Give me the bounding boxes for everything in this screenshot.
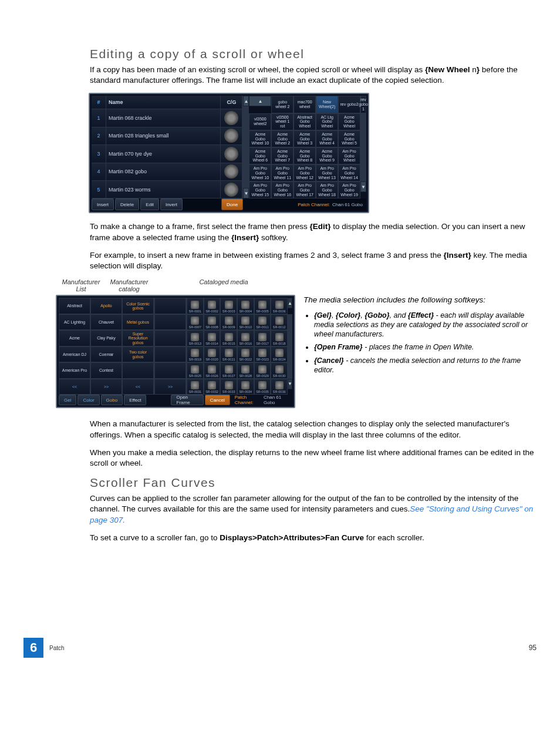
wheel-cell[interactable]: Acme Gobo Wheel — [338, 113, 360, 130]
edit-button[interactable]: Edit — [140, 198, 159, 210]
wheel-cell[interactable]: Abstract Gobo Wheel — [294, 113, 316, 130]
cancel-button[interactable]: Cancel — [205, 395, 230, 405]
wheel-header[interactable]: rev gobo2 — [338, 96, 360, 113]
insert-button[interactable]: Insert — [92, 198, 114, 210]
wheel-cell[interactable]: vl3500 wheel 1 rot — [271, 113, 294, 130]
page-fwd-button[interactable]: >> — [90, 379, 122, 395]
wheel-cell[interactable]: Acme Gobo Wheel 3 — [294, 130, 316, 147]
wheel-cell[interactable]: Acme Gobo Wheel 5 — [338, 130, 360, 147]
media-cell[interactable]: SR-0007 — [187, 314, 204, 331]
media-cell[interactable]: SR-0022 — [237, 346, 254, 363]
media-cell[interactable]: SR-0023 — [254, 346, 271, 363]
mfr-item[interactable]: Apollo — [90, 298, 122, 314]
media-cell[interactable]: SR-0028 — [237, 362, 254, 379]
open-frame-button[interactable]: Open Frame — [171, 395, 203, 405]
mfr-item[interactable]: American Pro — [59, 362, 90, 379]
mfr-item[interactable]: Acme — [59, 330, 90, 346]
wheel-cell[interactable]: Am Pro Gobo Wheel 16 — [271, 181, 294, 198]
wheel-cell[interactable]: Acme Gobo Wheel 9 — [316, 147, 338, 164]
mfr-item[interactable]: American DJ — [59, 346, 90, 363]
media-cell[interactable]: SR-0029 — [254, 362, 271, 379]
page-back-button[interactable]: << — [59, 379, 90, 395]
mfr-item[interactable]: Clay Paky — [90, 330, 122, 346]
wheel-header[interactable]: gobo wheel 2 — [271, 96, 294, 113]
scroll-up-icon[interactable]: ▲ — [249, 96, 271, 106]
frame-row[interactable]: 5 Martin 023 worms — [92, 181, 242, 198]
media-cell[interactable]: SR-0020 — [204, 346, 221, 363]
media-cell[interactable]: SR-0033 — [220, 379, 237, 395]
media-cell[interactable]: SR-0025 — [187, 362, 204, 379]
page-fwd-button[interactable]: >> — [154, 379, 186, 395]
gel-button[interactable]: Gel — [59, 395, 76, 405]
media-cell[interactable]: SR-0034 — [237, 379, 254, 395]
media-cell[interactable]: SR-0015 — [220, 330, 237, 346]
scroll-down-icon[interactable]: ▼ — [288, 379, 292, 389]
invert-button[interactable]: Invert — [160, 198, 183, 210]
wheel-cell[interactable]: Acme Gobo Wheel 2 — [271, 130, 294, 147]
scrollbar[interactable]: ▲ ▼ — [243, 96, 249, 198]
gobo-button[interactable]: Gobo — [101, 395, 123, 405]
media-cell[interactable]: SR-0035 — [254, 379, 271, 395]
media-cell[interactable]: SR-0012 — [271, 314, 288, 331]
delete-button[interactable]: Delete — [115, 198, 139, 210]
wheel-cell[interactable]: Am Pro Gobo Wheel 15 — [249, 181, 271, 198]
mfr-item[interactable]: Contest — [90, 362, 122, 379]
frame-row[interactable]: 2 Martin 028 triangles small — [92, 127, 242, 145]
media-cell[interactable]: SR-0016 — [237, 330, 254, 346]
wheel-cell[interactable]: Am Pro Gobo Wheel — [338, 147, 360, 164]
wheel-cell[interactable]: Acme Gobo Wheel 4 — [316, 130, 338, 147]
frame-row[interactable]: 4 Martin 082 gobo — [92, 163, 242, 181]
media-cell[interactable]: SR-0032 — [204, 379, 221, 395]
frame-row[interactable]: 1 Martin 068 crackle — [92, 109, 242, 127]
media-cell[interactable]: SR-0017 — [254, 330, 271, 346]
media-cell[interactable]: SR-0026 — [204, 362, 221, 379]
media-cell[interactable]: SR-0021 — [220, 346, 237, 363]
wheel-cell[interactable]: Am Pro Gobo Wheel 11 — [271, 164, 294, 181]
wheel-cell[interactable]: Acme Gobo Wheel 6 — [249, 147, 271, 164]
media-cell[interactable]: SR-0005 — [254, 298, 271, 314]
media-cell[interactable]: SR-0027 — [220, 362, 237, 379]
scroll-up-icon[interactable]: ▲ — [288, 298, 292, 308]
wheel-cell[interactable]: Am Pro Gobo Wheel 12 — [294, 164, 316, 181]
effect-button[interactable]: Effect — [124, 395, 146, 405]
media-cell[interactable]: SR-0009 — [220, 314, 237, 331]
media-cell[interactable]: SR-0011 — [254, 314, 271, 331]
wheel-cell[interactable]: Am Pro Gobo Wheel 10 — [249, 164, 271, 181]
wheel-cell[interactable]: AC Ltg Gobo Wheel — [316, 113, 338, 130]
media-cell[interactable]: SR-0030 — [271, 362, 288, 379]
wheel-cell[interactable]: Am Pro Gobo Wheel 13 — [316, 164, 338, 181]
scroll-up-icon[interactable]: ▲ — [243, 96, 249, 106]
frame-row[interactable]: 3 Martin 070 tye dye — [92, 145, 242, 163]
wheel-cell[interactable]: Acme Gobo Wheel 7 — [271, 147, 294, 164]
mfr-item[interactable]: Chauvet — [90, 314, 122, 331]
done-button[interactable]: Done — [221, 198, 243, 210]
media-cell[interactable]: SR-0010 — [237, 314, 254, 331]
media-cell[interactable]: SR-0001 — [187, 298, 204, 314]
catalog-item[interactable]: Metal gobos — [122, 314, 154, 331]
media-cell[interactable]: SR-0018 — [271, 330, 288, 346]
wheel-header[interactable]: New Wheel(2) — [316, 96, 338, 113]
media-cell[interactable]: SR-0019 — [187, 346, 204, 363]
mfr-item[interactable]: Coemar — [90, 346, 122, 363]
wheel-cell[interactable]: Am Pro Gobo Wheel 19 — [338, 181, 360, 198]
wheel-cell[interactable]: Am Pro Gobo Wheel 18 — [316, 181, 338, 198]
catalog-item[interactable]: Two color gobos — [122, 346, 154, 363]
media-cell[interactable]: SR-0014 — [204, 330, 221, 346]
media-cell[interactable]: SR-0004 — [237, 298, 254, 314]
media-cell[interactable]: SR-0002 — [204, 298, 221, 314]
catalog-item[interactable]: Super Resolution gobos — [122, 330, 154, 346]
wheel-cell[interactable]: Am Pro Gobo Wheel 17 — [294, 181, 316, 198]
scroll-down-icon[interactable]: ▼ — [243, 188, 249, 198]
wheel-cell[interactable]: Acme Gobo Wheel 8 — [294, 147, 316, 164]
mfr-item[interactable]: Abstract — [59, 298, 90, 314]
catalog-item[interactable]: Color Scenic gobos — [122, 298, 154, 314]
page-back-button[interactable]: << — [122, 379, 154, 395]
catalog-item[interactable] — [122, 362, 154, 379]
media-cell[interactable]: SR-0024 — [271, 346, 288, 363]
wheel-cell[interactable]: vl3500 wheel2 — [249, 113, 271, 130]
media-cell[interactable]: SR-0036 — [271, 379, 288, 395]
wheel-cell[interactable]: Acme Gobo Wheel 10 — [249, 130, 271, 147]
wheel-header[interactable]: mac700 wheel — [294, 96, 316, 113]
mfr-item[interactable]: AC Lighting — [59, 314, 90, 331]
media-cell[interactable]: SR-0031 — [187, 379, 204, 395]
